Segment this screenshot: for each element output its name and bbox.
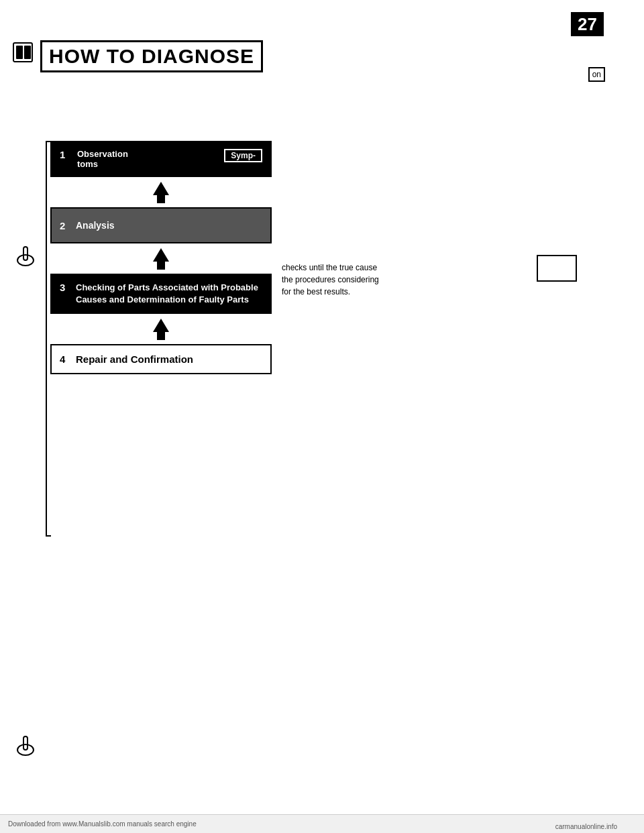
symp-badge: Symp- xyxy=(224,149,262,162)
arrow-2 xyxy=(50,243,272,274)
step2-box: 2 Analysis xyxy=(50,207,272,243)
page-title: HOW TO DIAGNOSE xyxy=(40,40,263,72)
side-text-line2: the procedures considering xyxy=(282,274,416,286)
side-text-line1: checks until the true cause xyxy=(282,262,416,274)
step1-label: Observation xyxy=(77,149,219,159)
svg-marker-7 xyxy=(153,319,169,340)
wrench-icon-mid xyxy=(12,241,39,268)
page-number: 27 xyxy=(578,14,597,34)
step3-label: Checking of Parts Associated with Probab… xyxy=(76,282,262,306)
step1-header: 1 Observation toms Symp- xyxy=(52,142,270,176)
step4-label: Repair and Confirmation xyxy=(76,353,193,365)
arrow-1 xyxy=(50,177,272,207)
svg-rect-1 xyxy=(16,46,23,59)
step3-box: 3 Checking of Parts Associated with Prob… xyxy=(50,274,272,314)
step3-number: 3 xyxy=(60,282,72,293)
arrow-3 xyxy=(50,314,272,344)
svg-rect-2 xyxy=(24,46,31,59)
footer-right-logo: carmanualonline.info xyxy=(555,823,617,830)
step2-number: 2 xyxy=(60,220,72,231)
side-text-line3: for the best results. xyxy=(282,286,416,298)
page-container: 27 HOW TO DIAGNOSE on 1 Observation toms xyxy=(0,0,644,833)
step4-inner: 4 Repair and Confirmation xyxy=(52,345,270,373)
page-number-box: 27 xyxy=(571,12,604,36)
top-right-label: on xyxy=(588,67,605,82)
svg-marker-5 xyxy=(153,182,169,203)
book-icon xyxy=(12,40,36,64)
svg-marker-6 xyxy=(153,248,169,270)
step2-label: Analysis xyxy=(76,220,115,231)
step3-right-rect xyxy=(537,255,577,282)
side-text: checks until the true cause the procedur… xyxy=(282,262,416,298)
step4-number: 4 xyxy=(60,353,72,365)
step1-box: 1 Observation toms Symp- xyxy=(50,141,272,177)
step1-label2: toms xyxy=(77,159,219,169)
wrench-icon-bottom xyxy=(12,731,39,758)
svg-rect-9 xyxy=(23,736,28,750)
step3-header: 3 Checking of Parts Associated with Prob… xyxy=(52,275,270,313)
step2-header: 2 Analysis xyxy=(52,209,270,242)
footer-bar: Downloaded from www.Manualslib.com manua… xyxy=(0,814,644,833)
footer-left-text: Downloaded from www.Manualslib.com manua… xyxy=(8,820,197,828)
step1-number: 1 xyxy=(60,149,72,160)
svg-rect-4 xyxy=(23,247,28,260)
step4-box: 4 Repair and Confirmation xyxy=(50,344,272,374)
flowchart: 1 Observation toms Symp- 2 Analysis xyxy=(50,141,272,374)
